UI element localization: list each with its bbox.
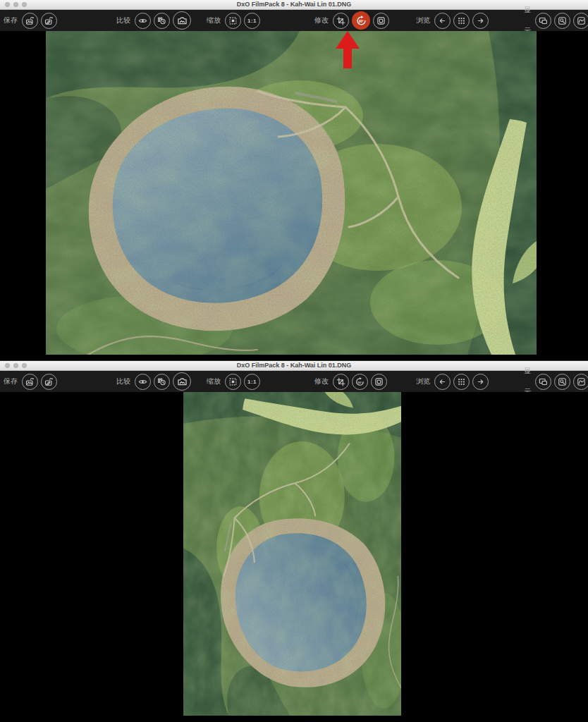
- display-navigator-button[interactable]: [554, 374, 570, 390]
- rotate-90-button[interactable]: [352, 11, 370, 30]
- camera-icon: [176, 15, 188, 27]
- save-image-button[interactable]: [22, 13, 38, 29]
- edit-group-label: 修改: [314, 371, 329, 392]
- frame-icon: [374, 377, 384, 387]
- browse-group-label: 浏览: [416, 371, 430, 392]
- window-title: DxO FilmPack 8 - Kah-Wai Lin 01.DNG: [0, 0, 588, 9]
- zoom-ratio-label: 1:1: [247, 18, 257, 24]
- annotation-arrow: [336, 31, 360, 68]
- frame-button[interactable]: [373, 13, 389, 29]
- image-canvas: [0, 392, 588, 722]
- display-panels-button[interactable]: [535, 13, 551, 29]
- export-image-icon: [25, 16, 35, 26]
- toolbar-group-edit: 修改: [314, 10, 389, 31]
- save-settings-button[interactable]: [41, 374, 57, 390]
- minimize-button[interactable]: [13, 2, 18, 7]
- crop-icon: [336, 16, 346, 26]
- zoom-100-button[interactable]: 1:1: [244, 374, 260, 390]
- toolbar-group-edit: 修改: [314, 371, 387, 392]
- fit-screen-icon: [228, 16, 238, 26]
- compare-snapshots-button[interactable]: [154, 13, 170, 29]
- rotate-90-button[interactable]: [352, 374, 368, 390]
- rotate-90-icon: [355, 15, 367, 27]
- zoom-ratio-label: 1:1: [247, 379, 257, 385]
- crop-button[interactable]: [333, 374, 349, 390]
- edit-group-label: 修改: [314, 10, 329, 31]
- panels-icon: [538, 16, 549, 26]
- frame-icon: [376, 16, 386, 26]
- zoom-fit-button[interactable]: [225, 374, 241, 390]
- zoom-group-label: 缩放: [207, 10, 221, 31]
- histogram-curve-icon: [576, 377, 587, 387]
- title-bar[interactable]: DxO FilmPack 8 - Kah-Wai Lin 01.DNG: [0, 0, 588, 10]
- eye-icon: [137, 16, 148, 26]
- save-group-label: 保存: [4, 10, 18, 31]
- next-image-button[interactable]: [472, 13, 489, 29]
- navigator-icon: [557, 16, 568, 26]
- save-group-label: 保存: [4, 371, 18, 392]
- save-image-button[interactable]: [22, 374, 38, 390]
- export-settings-icon: [44, 377, 54, 387]
- annotation-arrow-shaft: [343, 49, 352, 68]
- close-button[interactable]: [5, 363, 10, 368]
- thumbnails-grid-icon: [456, 16, 467, 26]
- compare-snapshots-button[interactable]: [154, 374, 170, 390]
- toolbar-group-save: 保存: [4, 10, 57, 31]
- window-title: DxO FilmPack 8 - Kah-Wai Lin 01.DNG: [0, 361, 588, 370]
- eye-icon: [137, 377, 148, 387]
- toolbar-group-compare: 比较: [116, 10, 191, 31]
- main-toolbar: 保存 比较 缩放 1:1 修改 浏览 显示: [0, 10, 588, 31]
- display-histogram-button[interactable]: [573, 374, 588, 390]
- crop-button[interactable]: [333, 13, 349, 29]
- zoom-window-button[interactable]: [22, 363, 27, 368]
- zoom-100-button[interactable]: 1:1: [244, 13, 260, 29]
- toolbar-group-zoom: 缩放 1:1: [207, 10, 260, 31]
- compare-group-label: 比较: [116, 10, 130, 31]
- toolbar-group-zoom: 缩放 1:1: [207, 371, 260, 392]
- zoom-fit-button[interactable]: [225, 13, 241, 29]
- compare-reference-button[interactable]: [173, 11, 191, 30]
- display-navigator-button[interactable]: [554, 13, 570, 29]
- traffic-lights: [5, 361, 27, 370]
- thumbnail-browser-button[interactable]: [453, 13, 470, 29]
- compare-preview-button[interactable]: [135, 13, 151, 29]
- next-image-button[interactable]: [472, 374, 489, 390]
- window-before-rotation: DxO FilmPack 8 - Kah-Wai Lin 01.DNG 保存 比…: [0, 0, 588, 360]
- histogram-curve-icon: [576, 16, 587, 26]
- aerial-photo-rotated-portrait[interactable]: [183, 392, 401, 716]
- zoom-group-label: 缩放: [207, 371, 221, 392]
- previous-arrow-icon: [437, 377, 448, 387]
- frame-button[interactable]: [371, 374, 387, 390]
- export-settings-icon: [44, 16, 54, 26]
- display-panels-button[interactable]: [535, 374, 551, 390]
- main-toolbar: 保存 比较 缩放 1:1 修改 浏览 显示: [0, 371, 588, 392]
- previous-image-button[interactable]: [434, 13, 451, 29]
- toolbar-group-display: 显示: [524, 371, 588, 392]
- title-bar[interactable]: DxO FilmPack 8 - Kah-Wai Lin 01.DNG: [0, 360, 588, 371]
- previous-image-button[interactable]: [434, 374, 451, 390]
- panels-icon: [538, 377, 549, 387]
- rotate-90-icon: [355, 377, 365, 387]
- minimize-button[interactable]: [13, 363, 18, 368]
- snapshots-clock-icon: [157, 16, 167, 26]
- next-arrow-icon: [475, 377, 486, 387]
- thumbnails-grid-icon: [456, 377, 467, 387]
- window-after-rotation: DxO FilmPack 8 - Kah-Wai Lin 01.DNG 保存 比…: [0, 360, 588, 722]
- crop-icon: [336, 377, 346, 387]
- aerial-photo-landscape[interactable]: [46, 31, 537, 355]
- zoom-window-button[interactable]: [22, 2, 27, 7]
- display-histogram-button[interactable]: [573, 13, 588, 29]
- toolbar-group-compare: 比较: [116, 371, 191, 392]
- fit-screen-icon: [228, 377, 238, 387]
- thumbnail-browser-button[interactable]: [453, 374, 470, 390]
- save-settings-button[interactable]: [41, 13, 57, 29]
- export-image-icon: [25, 377, 35, 387]
- compare-preview-button[interactable]: [135, 374, 151, 390]
- toolbar-group-display: 显示: [524, 10, 588, 31]
- close-button[interactable]: [5, 2, 10, 7]
- previous-arrow-icon: [437, 16, 448, 26]
- snapshots-clock-icon: [157, 377, 167, 387]
- navigator-icon: [557, 377, 568, 387]
- compare-reference-button[interactable]: [173, 372, 191, 391]
- toolbar-group-browse: 浏览: [416, 10, 489, 31]
